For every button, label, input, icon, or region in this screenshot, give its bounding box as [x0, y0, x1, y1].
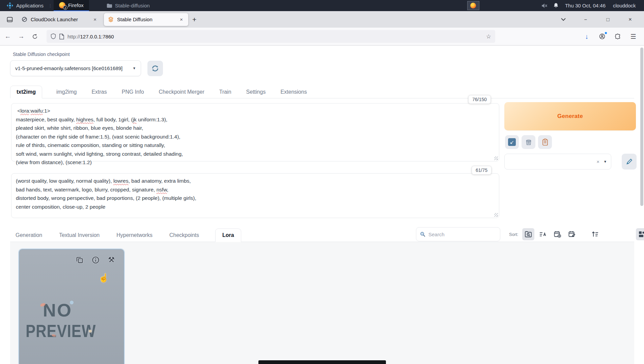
tab-close-icon[interactable]: ×	[92, 16, 98, 23]
sort-by-path-button[interactable]	[522, 228, 534, 240]
trash-icon	[525, 139, 532, 146]
edit-styles-button[interactable]	[622, 154, 637, 170]
tab-stable-diffusion[interactable]: Stable Diffusion ×	[104, 13, 188, 26]
refresh-icon	[151, 64, 159, 72]
toolbar-right-icons: ↓ ☰	[583, 32, 644, 40]
sort-direction-button[interactable]	[589, 228, 601, 240]
back-button[interactable]: ←	[2, 31, 13, 42]
tab-extensions[interactable]: Extensions	[280, 86, 307, 98]
lora-cards-panel: ⚒ NO PREVIEW	[10, 242, 634, 364]
tab-textual-inversion[interactable]: Textual Inversion	[58, 229, 100, 242]
url-text: http://127.0.0.1:7860	[67, 34, 114, 39]
hamburger-menu-icon[interactable]: ☰	[629, 32, 637, 40]
checkpoint-label: Stable Diffusion checkpoint	[13, 52, 70, 57]
url-bar[interactable]: http://127.0.0.1:7860 ☆	[47, 30, 495, 43]
info-icon[interactable]	[91, 255, 100, 264]
browser-tab-bar: CloudDock Launcher × Stable Diffusion × …	[0, 11, 644, 28]
taskbar-separator: ⋮	[48, 3, 52, 8]
generate-button[interactable]: Generate	[504, 102, 636, 130]
stable-diffusion-favicon	[108, 17, 114, 22]
close-window-button[interactable]: ×	[626, 16, 634, 23]
sort-ascending-icon	[591, 230, 599, 238]
taskbar-right: Thu 30 Oct, 04:46 clouddock	[467, 0, 644, 11]
account-icon[interactable]	[598, 32, 606, 40]
tree-view-icon	[638, 230, 644, 238]
tab-clouddock-launcher[interactable]: CloudDock Launcher ×	[18, 13, 102, 26]
taskbar-window-folder[interactable]: Stable-diffusion	[101, 0, 155, 11]
lora-card-waifu[interactable]: ⚒ NO PREVIEW	[19, 249, 124, 364]
resize-handle[interactable]	[494, 156, 498, 160]
search-icon	[420, 231, 426, 237]
negative-prompt-textarea[interactable]: (worst quality, low quality, normal qual…	[11, 173, 499, 218]
search-input[interactable]	[428, 232, 489, 237]
decorative-speck	[70, 301, 74, 304]
tab-png-info[interactable]: PNG Info	[121, 86, 145, 98]
taskbar-window-firefox[interactable]: 2 Firefox	[54, 0, 89, 11]
user-label: clouddock	[613, 3, 644, 8]
edit-metadata-tools-icon[interactable]: ⚒	[107, 255, 116, 264]
calendar-edit-icon	[568, 230, 576, 238]
bookmark-star-icon[interactable]: ☆	[486, 33, 491, 40]
decorative-speck	[89, 330, 92, 333]
url-host: 127.0.0.1:7860	[80, 34, 114, 39]
clock[interactable]: Thu 30 Oct, 04:46	[565, 3, 606, 8]
copy-path-icon[interactable]	[75, 255, 84, 264]
new-tab-button[interactable]: +	[188, 16, 200, 24]
notifications-bell-icon[interactable]	[553, 2, 560, 9]
styles-clear-icon[interactable]: ×	[596, 159, 599, 164]
chevron-down-icon: ▼	[604, 160, 607, 163]
bottom-dark-bar	[258, 360, 386, 364]
chevron-down-icon: ▼	[133, 66, 136, 70]
sort-alphabetical-button[interactable]	[537, 228, 549, 240]
reload-button[interactable]	[29, 31, 40, 42]
account-badge	[605, 32, 607, 34]
checkpoint-dropdown[interactable]: v1-5-pruned-emaonly.safetensors [6ce0161…	[10, 60, 141, 76]
applications-menu[interactable]: Applications	[3, 0, 47, 11]
web-page: Stable Diffusion checkpoint v1-5-pruned-…	[0, 46, 644, 364]
checkpoint-refresh-button[interactable]	[147, 61, 163, 76]
tab-checkpoint-merger[interactable]: Checkpoint Merger	[158, 86, 205, 98]
sort-date-modified-button[interactable]	[566, 228, 578, 240]
search-box[interactable]	[416, 227, 500, 241]
desktop: Applications ⋮ 2 Firefox Stable-diffusio…	[0, 0, 644, 364]
downloads-icon[interactable]: ↓	[583, 32, 591, 40]
tab-hypernetworks[interactable]: Hypernetworks	[116, 229, 153, 242]
tab-extras[interactable]: Extras	[91, 86, 107, 98]
pencil-icon	[626, 158, 633, 165]
page-scrollbar[interactable]	[640, 48, 643, 206]
tab-checkpoints[interactable]: Checkpoints	[169, 229, 200, 242]
tray-firefox-icon[interactable]	[467, 1, 479, 10]
applications-icon	[7, 2, 13, 9]
apply-styles-button[interactable]	[538, 135, 552, 149]
tree-view-toggle-button[interactable]	[636, 228, 644, 240]
tab-txt2img[interactable]: txt2img	[10, 86, 42, 98]
tab-list-chevron-down-icon[interactable]	[560, 16, 567, 23]
tab-train[interactable]: Train	[219, 86, 232, 98]
page-info-icon[interactable]	[59, 34, 64, 39]
extensions-puzzle-icon[interactable]	[614, 32, 622, 40]
tab-generation[interactable]: Generation	[15, 229, 43, 242]
clear-prompt-button[interactable]	[522, 135, 535, 149]
maximize-button[interactable]: □	[604, 16, 612, 23]
resize-handle[interactable]	[494, 213, 498, 217]
forward-button[interactable]: →	[16, 31, 27, 42]
prompt-textarea[interactable]: <lora:waifu:1>masterpiece, best quality,…	[11, 103, 499, 161]
taskbar-firefox-label: Firefox	[68, 2, 84, 8]
sort-date-created-button[interactable]	[551, 228, 563, 240]
tab-title: CloudDock Launcher	[31, 17, 89, 22]
sort-label: Sort:	[509, 232, 518, 237]
tab-lora[interactable]: Lora	[215, 229, 241, 242]
shield-icon	[51, 33, 56, 39]
tab-settings[interactable]: Settings	[246, 86, 267, 98]
volume-muted-icon[interactable]	[541, 2, 548, 9]
styles-dropdown[interactable]: × ▼	[504, 154, 611, 170]
tab-img2img[interactable]: img2img	[56, 86, 77, 98]
taskbar-folder-label: Stable-diffusion	[115, 3, 150, 8]
taskbar: Applications ⋮ 2 Firefox Stable-diffusio…	[0, 0, 644, 11]
tab-close-icon[interactable]: ×	[178, 16, 184, 23]
paste-generation-params-button[interactable]: ↙	[505, 135, 519, 149]
no-preview-text: NO PREVIEW	[19, 299, 124, 342]
minimize-button[interactable]: −	[582, 16, 589, 23]
firefox-view-icon[interactable]	[5, 14, 15, 25]
hand-cursor: ☝	[99, 273, 109, 283]
